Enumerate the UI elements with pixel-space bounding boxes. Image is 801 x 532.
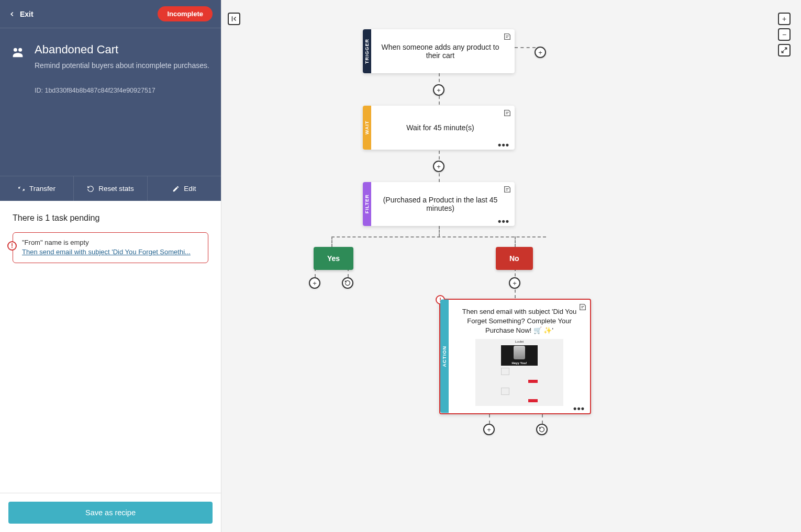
pencil-icon	[172, 185, 180, 193]
note-icon[interactable]	[503, 32, 511, 42]
loop-button[interactable]	[536, 424, 548, 435]
wait-text: Wait for 45 minute(s)	[406, 123, 474, 132]
trigger-node[interactable]: TRIGGER When someone adds any product to…	[363, 29, 515, 73]
connector	[542, 414, 543, 424]
reset-stats-button[interactable]: Reset stats	[74, 176, 148, 201]
reset-icon	[87, 185, 94, 193]
cart-recovery-icon	[10, 45, 25, 60]
transfer-label: Transfer	[29, 185, 55, 193]
svg-point-1	[18, 48, 22, 52]
exit-button[interactable]: Exit	[8, 10, 34, 18]
filter-tag: FILTER	[363, 182, 371, 226]
exit-label: Exit	[20, 10, 34, 18]
warning-text: "From" name is empty Then send email wit…	[22, 238, 191, 257]
action-node[interactable]: ! ACTION Then send email with subject 'D…	[439, 299, 591, 414]
warning-card[interactable]: ! "From" name is empty Then send email w…	[13, 232, 208, 263]
branch-no[interactable]: No	[496, 247, 533, 270]
pending-title: There is 1 task pending	[13, 213, 208, 223]
arrow-left-icon	[8, 10, 16, 18]
svg-point-0	[14, 48, 17, 52]
trigger-text: When someone adds any product to their c…	[381, 43, 500, 60]
transfer-button[interactable]: Transfer	[0, 176, 74, 201]
note-icon[interactable]	[578, 303, 587, 313]
note-icon[interactable]	[503, 109, 511, 119]
edit-button[interactable]: Edit	[148, 176, 221, 201]
reset-label: Reset stats	[98, 185, 134, 193]
exit-row: Exit Incomplete	[0, 0, 221, 28]
node-menu-button[interactable]: •••	[573, 407, 585, 410]
connector	[489, 414, 490, 424]
add-step-button[interactable]: +	[433, 84, 444, 96]
tab-row: Transfer Reset stats Edit	[0, 176, 221, 201]
flow-description: Remind potential buyers about incomplete…	[35, 61, 209, 70]
loop-button[interactable]	[342, 277, 353, 289]
add-step-button[interactable]: +	[433, 161, 444, 172]
connector	[439, 226, 440, 236]
trigger-tag: TRIGGER	[363, 29, 371, 73]
node-menu-button[interactable]: •••	[498, 143, 509, 146]
add-step-button[interactable]: +	[509, 277, 520, 289]
warning-link[interactable]: Then send email with subject 'Did You Fo…	[22, 248, 191, 256]
title-block: Abandoned Cart Remind potential buyers a…	[0, 28, 221, 107]
branch-yes[interactable]: Yes	[314, 247, 353, 270]
connector	[515, 47, 536, 48]
connector	[331, 236, 546, 237]
add-step-button[interactable]: +	[483, 424, 495, 435]
wait-tag: WAIT	[363, 106, 371, 150]
flow-container: TRIGGER When someone adds any product to…	[221, 0, 801, 532]
preview-headline: Heyy You!	[511, 360, 528, 366]
action-tag: ACTION	[440, 300, 449, 413]
sidebar-header: Exit Incomplete Abandoned Cart Remind po…	[0, 0, 221, 201]
connector	[331, 236, 332, 247]
transfer-icon	[18, 185, 25, 193]
email-preview: Loulet Heyy You!	[475, 339, 563, 406]
filter-text: (Purchased a Product in the last 45 minu…	[381, 196, 500, 212]
wait-node[interactable]: WAIT Wait for 45 minute(s) •••	[363, 106, 515, 150]
action-text: Then send email with subject 'Did You Fo…	[458, 307, 581, 336]
sidebar-spacer	[0, 107, 221, 176]
edit-label: Edit	[184, 185, 196, 193]
canvas[interactable]: + − TRIGGER	[221, 0, 801, 532]
flow-id: ID: 1bd330f84b8b487c84f23f4e90927517	[35, 87, 209, 94]
add-step-button[interactable]: +	[309, 277, 320, 289]
alert-icon: !	[7, 241, 17, 251]
node-menu-button[interactable]: •••	[498, 220, 509, 223]
sidebar-footer: Save as recipe	[0, 493, 221, 532]
connector	[515, 236, 516, 247]
add-parallel-button[interactable]: +	[535, 47, 546, 58]
flow-title: Abandoned Cart	[35, 43, 209, 56]
title-text: Abandoned Cart Remind potential buyers a…	[35, 43, 209, 94]
filter-node[interactable]: FILTER (Purchased a Product in the last …	[363, 182, 515, 226]
save-recipe-button[interactable]: Save as recipe	[8, 502, 213, 524]
note-icon[interactable]	[503, 185, 511, 195]
pending-section: There is 1 task pending ! "From" name is…	[0, 201, 221, 493]
preview-brand: Loulet	[515, 340, 524, 343]
warning-line: "From" name is empty	[22, 238, 191, 247]
sidebar: Exit Incomplete Abandoned Cart Remind po…	[0, 0, 221, 532]
status-badge: Incomplete	[158, 6, 213, 21]
